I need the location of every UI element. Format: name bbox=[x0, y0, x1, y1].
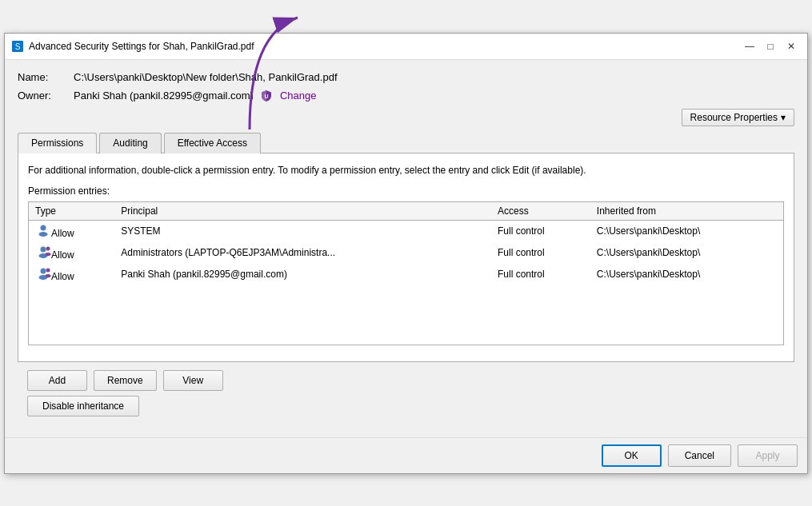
col-access: Access bbox=[491, 202, 590, 221]
svg-point-6 bbox=[41, 246, 46, 252]
shield-icon: U bbox=[260, 90, 273, 102]
close-button[interactable]: ✕ bbox=[782, 38, 801, 54]
name-value: C:\Users\panki\Desktop\New folder\Shah, … bbox=[74, 71, 338, 83]
owner-label: Owner: bbox=[18, 90, 74, 102]
table-row[interactable]: AllowAdministrators (LAPTOP-Q6EJP3AM\Adm… bbox=[29, 242, 783, 264]
description-text: For additional information, double-click… bbox=[28, 163, 784, 177]
svg-text:U: U bbox=[264, 94, 268, 99]
cell-inherited-from: C:\Users\panki\Desktop\ bbox=[590, 264, 783, 285]
user-icon bbox=[35, 267, 51, 280]
window-controls: — □ ✕ bbox=[740, 38, 801, 54]
ok-button[interactable]: OK bbox=[602, 444, 662, 467]
cancel-button[interactable]: Cancel bbox=[668, 444, 731, 467]
owner-row: Owner: Panki Shah (pankil.82995@gmail.co… bbox=[18, 90, 794, 102]
name-row: Name: C:\Users\panki\Desktop\New folder\… bbox=[18, 71, 794, 83]
remove-button[interactable]: Remove bbox=[94, 370, 157, 391]
tab-auditing[interactable]: Auditing bbox=[99, 133, 161, 153]
title-bar: S Advanced Security Settings for Shah, P… bbox=[5, 34, 807, 60]
tab-effective-access[interactable]: Effective Access bbox=[164, 133, 261, 153]
disable-inheritance-area: Disable inheritance bbox=[18, 391, 794, 421]
cell-principal: Administrators (LAPTOP-Q6EJP3AM\Administ… bbox=[114, 242, 491, 264]
resource-properties-button[interactable]: Resource Properties ▾ bbox=[682, 109, 794, 126]
cell-principal: SYSTEM bbox=[114, 220, 491, 242]
cell-type: Allow bbox=[29, 264, 114, 285]
disable-inheritance-button[interactable]: Disable inheritance bbox=[27, 396, 139, 416]
cell-access: Full control bbox=[491, 220, 590, 242]
col-inherited-from: Inherited from bbox=[590, 202, 783, 221]
user-icon bbox=[35, 245, 51, 258]
permissions-table: Type Principal Access Inherited from All… bbox=[29, 202, 783, 285]
cell-inherited-from: C:\Users\panki\Desktop\ bbox=[590, 242, 783, 264]
add-button[interactable]: Add bbox=[27, 370, 87, 391]
minimize-button[interactable]: — bbox=[740, 38, 759, 54]
owner-value: Panki Shah (pankil.82995@gmail.com) bbox=[74, 90, 254, 102]
cell-inherited-from: C:\Users\panki\Desktop\ bbox=[590, 220, 783, 242]
entry-type: Allow bbox=[51, 228, 74, 239]
name-label: Name: bbox=[18, 71, 74, 83]
cell-principal: Panki Shah (pankil.82995@gmail.com) bbox=[114, 264, 491, 285]
view-button[interactable]: View bbox=[163, 370, 223, 391]
tab-content-area: For additional information, double-click… bbox=[18, 153, 794, 362]
chevron-down-icon: ▾ bbox=[781, 112, 786, 123]
entry-type: Allow bbox=[51, 249, 74, 261]
footer-area: OK Cancel Apply bbox=[5, 437, 807, 473]
cell-type: Allow bbox=[29, 220, 114, 242]
table-row[interactable]: AllowPanki Shah (pankil.82995@gmail.com)… bbox=[29, 264, 783, 285]
svg-point-9 bbox=[46, 253, 51, 256]
resource-properties-area: Resource Properties ▾ bbox=[18, 109, 794, 126]
entry-type: Allow bbox=[51, 271, 74, 282]
svg-point-8 bbox=[46, 246, 50, 250]
table-row[interactable]: AllowSYSTEMFull controlC:\Users\panki\De… bbox=[29, 220, 783, 242]
main-window: S Advanced Security Settings for Shah, P… bbox=[4, 33, 808, 474]
window-title: Advanced Security Settings for Shah, Pan… bbox=[29, 41, 740, 52]
cell-access: Full control bbox=[491, 242, 590, 264]
svg-point-10 bbox=[41, 268, 46, 273]
svg-text:S: S bbox=[15, 42, 21, 51]
tabs-bar: Permissions Auditing Effective Access bbox=[18, 133, 794, 153]
resource-properties-label: Resource Properties bbox=[690, 112, 778, 123]
col-type: Type bbox=[29, 202, 114, 221]
svg-point-5 bbox=[39, 232, 48, 237]
cell-type: Allow bbox=[29, 242, 114, 264]
content-area: Name: C:\Users\panki\Desktop\New folder\… bbox=[5, 60, 807, 429]
svg-point-4 bbox=[41, 225, 46, 230]
user-icon bbox=[35, 224, 51, 237]
apply-button[interactable]: Apply bbox=[738, 444, 798, 467]
permission-entries-label: Permission entries: bbox=[28, 185, 784, 197]
svg-point-13 bbox=[46, 274, 51, 277]
cell-access: Full control bbox=[491, 264, 590, 285]
bottom-buttons-area: Add Remove View bbox=[18, 370, 794, 391]
permissions-table-container[interactable]: Type Principal Access Inherited from All… bbox=[28, 201, 784, 345]
change-link[interactable]: Change bbox=[280, 90, 317, 102]
maximize-button[interactable]: □ bbox=[761, 38, 780, 54]
tab-permissions[interactable]: Permissions bbox=[18, 133, 97, 153]
col-principal: Principal bbox=[114, 202, 491, 221]
window-icon: S bbox=[11, 40, 24, 53]
table-header-row: Type Principal Access Inherited from bbox=[29, 202, 783, 221]
svg-point-12 bbox=[46, 268, 50, 272]
